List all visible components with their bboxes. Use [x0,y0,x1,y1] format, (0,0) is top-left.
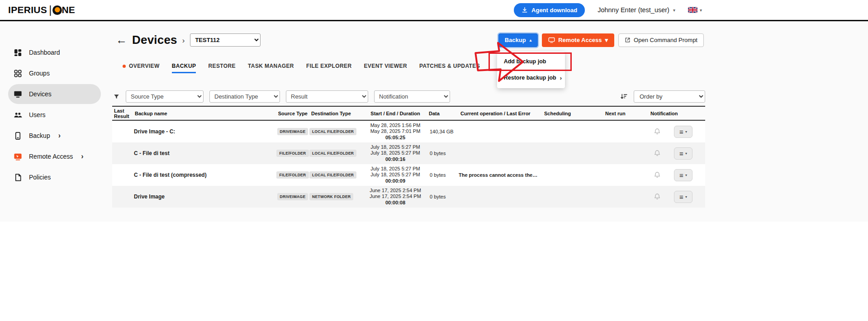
bell-icon[interactable] [654,171,661,179]
bell-icon[interactable] [654,128,661,135]
sidebar-item-devices[interactable]: Devices [8,84,101,104]
brand-text-left: IPERIUS [8,5,47,15]
status-dot-icon [123,65,126,68]
col-data: Data [427,111,459,116]
col-source-type: Source Type [276,111,309,116]
sidebar-item-label: Groups [29,70,50,77]
row-menu-button[interactable]: ≡ ▾ [674,169,693,181]
sidebar-item-label: Dashboard [29,49,60,56]
device-select[interactable]: TEST112 [190,33,261,47]
chevron-right-icon: › [81,153,83,160]
start-end-duration: May 28, 2025 1:56 PM May 28, 2025 7:01 P… [364,123,427,141]
duration: 00:00:08 [364,200,427,206]
hamburger-icon: ≡ [679,128,683,135]
hamburger-icon: ≡ [679,150,683,157]
order-by-select[interactable]: Order by [634,90,705,103]
sort-icon[interactable] [620,93,628,100]
sidebar-item-policies[interactable]: Policies [8,167,101,187]
user-menu[interactable]: Johnny Enter (test_user) ▾ [598,6,675,14]
devices-page: ← Devices › TEST112 Backup ▴ Add back [112,21,705,222]
end-time: July 18, 2025 5:27 PM [364,172,427,178]
col-current-operation: Current operation / Last Error [459,111,542,116]
sidebar-item-backup[interactable]: Backup › [8,126,101,146]
source-type-badge: FILE/FOLDER [276,171,308,179]
sidebar-item-users[interactable]: Users [8,105,101,125]
destination-type-filter[interactable]: Destination Type [209,90,280,103]
download-icon [522,7,528,13]
row-menu-button[interactable]: ≡ ▾ [674,191,693,203]
users-icon [13,110,22,119]
table-row: Drive Image - C: DRIVEIMAGE LOCAL FILE/F… [112,121,705,142]
remote-access-icon [13,152,22,161]
page-header: ← Devices › TEST112 Backup ▴ Add back [116,33,705,47]
tab-overview[interactable]: OVERVIEW [123,63,160,73]
table-row: Drive Image DRIVEIMAGE NETWORK FOLDER Ju… [112,186,705,208]
tab-backup[interactable]: BACKUP [172,63,196,73]
breadcrumb-separator: › [182,36,185,45]
col-notification: Notification [649,111,705,116]
col-last-result: Last Result [112,108,133,119]
chevron-right-icon: › [58,132,61,139]
chevron-down-icon: ▾ [673,8,675,13]
policies-icon [13,173,22,182]
col-destination-type: Destination Type [309,111,364,116]
uk-flag-icon [688,7,697,13]
backup-name: C - File di test (compressed) [133,172,276,178]
end-time: May 28, 2025 7:01 PM [364,128,427,135]
brand-divider: | [49,4,52,16]
backup-dropdown-menu: Add backup job Restore backup job › [497,52,565,88]
open-command-prompt-button[interactable]: Open Command Prompt [618,33,704,47]
tab-restore[interactable]: RESTORE [208,63,236,73]
duration: 00:00:09 [364,178,427,184]
tab-task-manager[interactable]: TASK MANAGER [248,63,294,73]
backup-button[interactable]: Backup ▴ [498,33,538,47]
start-time: July 18, 2025 5:27 PM [364,144,427,151]
source-type-filter[interactable]: Source Type [126,90,204,103]
duration: 00:00:16 [364,156,427,163]
agent-download-label: Agent download [531,7,577,14]
hamburger-icon: ≡ [679,172,683,179]
result-filter[interactable]: Result [286,90,368,103]
start-time: July 18, 2025 5:27 PM [364,166,427,172]
notification-filter[interactable]: Notification [374,90,450,103]
backup-name: Drive Image - C: [133,128,276,135]
sidebar-item-label: Policies [29,174,51,181]
source-type-badge: DRIVEIMAGE [277,193,308,200]
back-button[interactable]: ← [116,34,127,46]
tab-file-explorer[interactable]: FILE EXPLORER [306,63,352,73]
hamburger-icon: ≡ [679,194,683,200]
top-bar: IPERIUS | NE Agent download Johnny Enter… [0,0,868,21]
table-row: C - File di test FILE/FOLDER LOCAL FILE/… [112,142,705,164]
tab-patches-updates[interactable]: PATCHES & UPDATES [419,63,480,73]
col-backup-name: Backup name [133,111,276,116]
language-selector[interactable]: ▾ [688,7,702,13]
menu-item-add-backup-job[interactable]: Add backup job [497,53,565,70]
device-tabs: OVERVIEW BACKUP RESTORE TASK MANAGER FIL… [123,63,705,73]
duration: 05:05:25 [364,135,427,141]
caret-up-icon: ▴ [530,38,532,42]
start-time: May 28, 2025 1:56 PM [364,123,427,129]
sidebar-item-remote-access[interactable]: Remote Access › [8,146,101,166]
sidebar-item-label: Devices [29,90,52,98]
row-menu-button[interactable]: ≡ ▾ [674,126,693,138]
menu-item-restore-backup-job[interactable]: Restore backup job › [497,70,565,86]
app-window: IPERIUS | NE Agent download Johnny Enter… [0,0,868,321]
agent-download-button[interactable]: Agent download [514,3,585,17]
external-link-icon [625,37,631,43]
bell-icon[interactable] [654,193,661,200]
sidebar-item-groups[interactable]: Groups [8,63,101,83]
remote-access-button[interactable]: Remote Access ▾ [542,33,614,47]
row-menu-button[interactable]: ≡ ▾ [674,147,693,160]
content-area: Dashboard Groups Devices Users [0,21,868,222]
destination-type-badge: LOCAL FILE/FOLDER [309,150,356,157]
start-end-duration: July 18, 2025 5:27 PM July 18, 2025 5:27… [364,166,427,184]
chevron-down-icon: ▾ [700,8,702,13]
last-error: The process cannot access the f... [459,172,542,178]
end-time: June 17, 2025 2:54 PM [364,194,427,200]
chevron-down-icon: ▾ [685,151,687,156]
source-type-badge: DRIVEIMAGE [277,128,308,135]
bell-icon[interactable] [654,150,661,157]
data-size: 140,34 GB [427,129,459,134]
sidebar-item-dashboard[interactable]: Dashboard [8,42,101,62]
tab-event-viewer[interactable]: EVENT VIEWER [364,63,407,73]
